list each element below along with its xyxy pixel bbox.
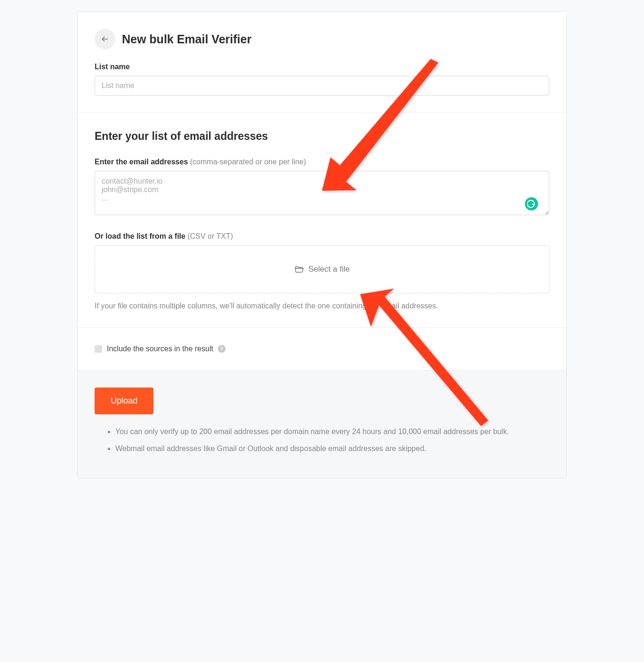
emails-label: Enter the email addresses bbox=[95, 158, 188, 166]
back-button[interactable] bbox=[95, 29, 115, 49]
folder-open-icon bbox=[294, 265, 304, 274]
file-dropzone[interactable]: Select a file bbox=[95, 245, 549, 293]
file-label-row: Or load the list from a file (CSV or TXT… bbox=[95, 232, 549, 241]
emails-label-row: Enter the email addresses (comma-separat… bbox=[95, 158, 549, 166]
note-item: Webmail email addresses like Gmail or Ou… bbox=[115, 444, 549, 454]
file-drop-label: Select a file bbox=[308, 265, 350, 274]
include-sources-label: Include the sources in the result bbox=[107, 345, 213, 353]
main-card: New bulk Email Verifier List name Enter … bbox=[77, 11, 567, 478]
include-sources-checkbox[interactable] bbox=[95, 345, 102, 353]
section-options: Include the sources in the result ? bbox=[78, 328, 566, 371]
section-list-name: New bulk Email Verifier List name bbox=[78, 12, 566, 113]
section-heading: Enter your list of email addresses bbox=[95, 130, 549, 143]
note-item: You can only verify up to 200 email addr… bbox=[115, 427, 549, 437]
list-name-label: List name bbox=[95, 63, 549, 71]
file-label: Or load the list from a file bbox=[95, 232, 185, 240]
file-label-hint: (CSV or TXT) bbox=[185, 232, 233, 240]
emails-label-hint: (comma-separated or one per line) bbox=[188, 158, 306, 166]
list-name-input[interactable] bbox=[95, 76, 549, 96]
help-icon[interactable]: ? bbox=[218, 345, 225, 353]
section-emails: Enter your list of email addresses Enter… bbox=[78, 113, 566, 328]
arrow-left-icon bbox=[100, 34, 110, 44]
textarea-wrap bbox=[95, 171, 549, 217]
page-title: New bulk Email Verifier bbox=[122, 32, 251, 46]
section-submit: Upload You can only verify up to 200 ema… bbox=[78, 371, 566, 478]
notes-list: You can only verify up to 200 email addr… bbox=[95, 427, 549, 454]
upload-button[interactable]: Upload bbox=[95, 388, 153, 414]
include-sources-row: Include the sources in the result ? bbox=[95, 345, 549, 353]
emails-textarea[interactable] bbox=[95, 171, 549, 215]
file-help-text: If your file contains multiple columns, … bbox=[95, 302, 549, 310]
header-row: New bulk Email Verifier bbox=[95, 29, 549, 49]
